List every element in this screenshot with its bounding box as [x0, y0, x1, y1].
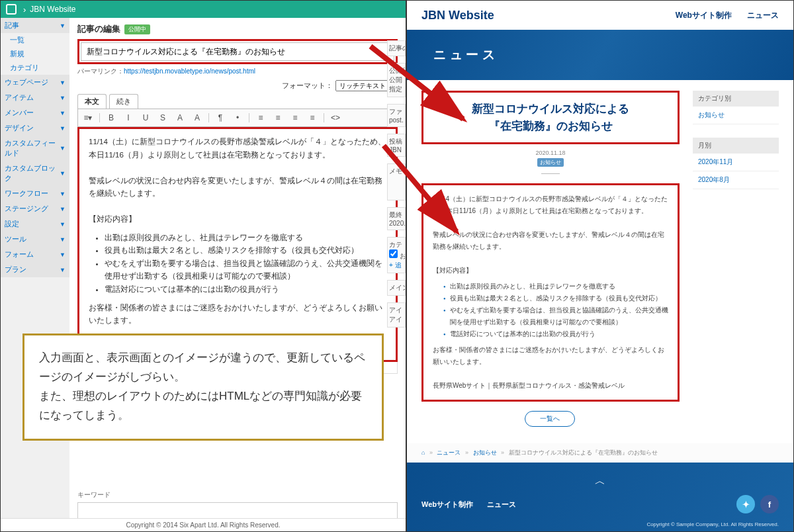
crumb-link[interactable]: ニュース	[437, 449, 461, 456]
sidebar-sub-new[interactable]: 新規	[1, 47, 69, 61]
nav-link-news[interactable]: ニュース	[747, 11, 779, 20]
italic-button[interactable]: I	[122, 112, 134, 124]
sidebar-sub-category[interactable]: カテゴリ	[1, 61, 69, 75]
title-input[interactable]	[81, 42, 394, 61]
site-name[interactable]: JBN Website	[30, 5, 75, 14]
keyword-input[interactable]	[77, 502, 398, 518]
aside-month-item[interactable]: 2020年8月	[693, 171, 779, 189]
widget-file[interactable]: ファpost.	[387, 104, 406, 127]
home-icon[interactable]: ⌂	[421, 449, 425, 456]
article-body: 11/14（土）に新型コロナウイルスの長野市感染警戒レベルが「４」となったため、…	[421, 183, 680, 402]
sidebar-item-assets[interactable]: アイテム▼	[1, 90, 69, 105]
permalink: パーマリンク：https://testjbn.movabletype.io/ne…	[77, 67, 398, 76]
footer-link-news[interactable]: ニュース	[487, 500, 516, 508]
widget-lastmod[interactable]: 最終2020.	[387, 207, 406, 230]
align-center-button[interactable]: ≡	[272, 112, 284, 124]
aside-cat-item[interactable]: お知らせ	[693, 107, 779, 124]
widget-publish[interactable]: 公開日公開指定	[387, 63, 406, 97]
bold-button[interactable]: B	[105, 112, 117, 124]
facebook-icon[interactable]: f	[760, 495, 779, 513]
site-footer: ︿ Webサイト制作 ニュース ✦ f Copyright © Sample C…	[407, 463, 793, 531]
source-button[interactable]: <>	[330, 112, 341, 124]
divider	[541, 173, 560, 174]
footer-link-web[interactable]: Webサイト制作	[421, 500, 473, 508]
keyword-field: キーワード	[77, 490, 398, 518]
sidebar-item-tools[interactable]: ツール▼	[1, 232, 69, 247]
mt-logo-icon[interactable]	[6, 4, 17, 15]
sidebar-item-workflow[interactable]: ワークフロー▼	[1, 186, 69, 201]
bgcolor-button[interactable]: A	[191, 112, 203, 124]
article-title: 新型コロナウイルス対応による 『在宅勤務』のお知らせ	[421, 91, 680, 144]
align-justify-button[interactable]: ≡	[306, 112, 318, 124]
sidebar-item-webpage[interactable]: ウェブページ▼	[1, 75, 69, 90]
scroll-top-button[interactable]: ︿	[421, 474, 779, 488]
sidebar-sub-list[interactable]: 一覧	[1, 33, 69, 47]
annotation-callout: 入力画面と、表示画面とのイメージが違うので、更新しているページのイメージがしづら…	[22, 333, 384, 441]
sidebar-item-settings[interactable]: 設定▼	[1, 216, 69, 232]
chevron-down-icon: ▼	[60, 22, 66, 29]
permalink-link[interactable]: https://testjbn.movabletype.io/news/post…	[124, 67, 255, 75]
crumb-link[interactable]: お知らせ	[473, 449, 497, 456]
aside-head-category: カテゴリ別	[693, 91, 779, 107]
nav-link-web[interactable]: Webサイト制作	[676, 11, 732, 20]
widget-article[interactable]: 記事の	[387, 40, 406, 56]
paragraph-button[interactable]: ¶	[214, 112, 226, 124]
sidebar-item-staging[interactable]: ステージング▼	[1, 201, 69, 216]
chevron-right-icon: ›	[23, 5, 26, 15]
cms-topbar: › JBN Website	[1, 1, 406, 18]
tab-more[interactable]: 続き	[109, 94, 138, 109]
hero: ニュース	[407, 30, 793, 80]
main-editor-area: 記事の編集 公開中 パーマリンク：https://testjbn.movable…	[69, 18, 406, 518]
textcolor-button[interactable]: A	[174, 112, 186, 124]
publish-badge: 公開中	[124, 24, 150, 34]
sidebar-item-form[interactable]: フォーム▼	[1, 247, 69, 262]
sidebar-item-design[interactable]: デザイン▼	[1, 120, 69, 136]
widget-column: 記事の 公開日公開指定 ファpost. 投稿JBN メモ 最終2020. カテ …	[387, 40, 406, 334]
sidebar-item-customfield[interactable]: カスタムフィールド▼	[1, 136, 69, 161]
widget-item[interactable]: アイアイ	[387, 302, 406, 328]
article-date: 2020.11.18	[421, 150, 680, 156]
preview-panel: JBN Website Webサイト制作 ニュース ニュース 新型コロナウイルス…	[406, 0, 794, 532]
underline-button[interactable]: U	[140, 112, 152, 124]
twitter-icon[interactable]: ✦	[736, 495, 755, 513]
format-label: フォーマット：	[282, 81, 333, 91]
cms-panel: › JBN Website 記事▼ 一覧 新規 カテゴリ ウェブページ▼ アイテ…	[0, 0, 406, 532]
site-brand[interactable]: JBN Website	[421, 9, 494, 22]
sidebar-item-plan[interactable]: プラン▼	[1, 262, 69, 277]
sidebar-item-articles[interactable]: 記事▼	[1, 18, 69, 33]
toolbar-menu-icon[interactable]: ≡▾	[82, 112, 94, 124]
widget-main[interactable]: メイン	[387, 280, 406, 296]
category-checkbox[interactable]	[389, 249, 398, 258]
sidebar-item-members[interactable]: メンバー▼	[1, 105, 69, 120]
article-tag[interactable]: お知らせ	[537, 158, 564, 167]
widget-memo[interactable]: メモ	[387, 163, 406, 200]
tab-body[interactable]: 本文	[77, 94, 107, 109]
widget-category[interactable]: カテ お+ 追	[387, 237, 406, 273]
editor-toolbar: ≡▾ B I U S A A ¶ • ≡ ≡ ≡ ≡ <>	[77, 109, 398, 127]
aside-head-month: 月別	[693, 138, 779, 154]
align-left-button[interactable]: ≡	[255, 112, 267, 124]
title-highlight-box	[77, 39, 398, 64]
strike-button[interactable]: S	[157, 112, 169, 124]
crumb-current: 新型コロナウイルス対応による『在宅勤務』のお知らせ	[509, 449, 658, 456]
site-header: JBN Website Webサイト制作 ニュース	[407, 1, 793, 30]
editor-body[interactable]: 11/14（土）に新型コロナウイルスの長野市感染警戒レベルが「４」となったため、…	[77, 127, 398, 362]
page-title: 記事の編集	[77, 23, 120, 35]
aside-month-item[interactable]: 2020年11月	[693, 154, 779, 171]
site-copyright: Copyright © Sample Company, Ltd. All Rig…	[421, 521, 779, 527]
list-button[interactable]: •	[232, 112, 243, 124]
sidebar-item-customblock[interactable]: カスタムブロック▼	[1, 161, 69, 186]
align-right-button[interactable]: ≡	[289, 112, 301, 124]
breadcrumb: ⌂ » ニュース » お知らせ » 新型コロナウイルス対応による『在宅勤務』のお…	[407, 443, 793, 463]
sidebar: 記事▼ 一覧 新規 カテゴリ ウェブページ▼ アイテム▼ メンバー▼ デザイン▼…	[1, 18, 69, 518]
widget-author[interactable]: 投稿JBN	[387, 134, 406, 157]
cms-footer: Copyright © 2014 Six Apart Ltd. All Righ…	[1, 518, 406, 531]
back-button[interactable]: 一覧へ	[525, 411, 575, 427]
sidebar-aside: カテゴリ別 お知らせ 月別 2020年11月 2020年8月	[693, 91, 779, 437]
